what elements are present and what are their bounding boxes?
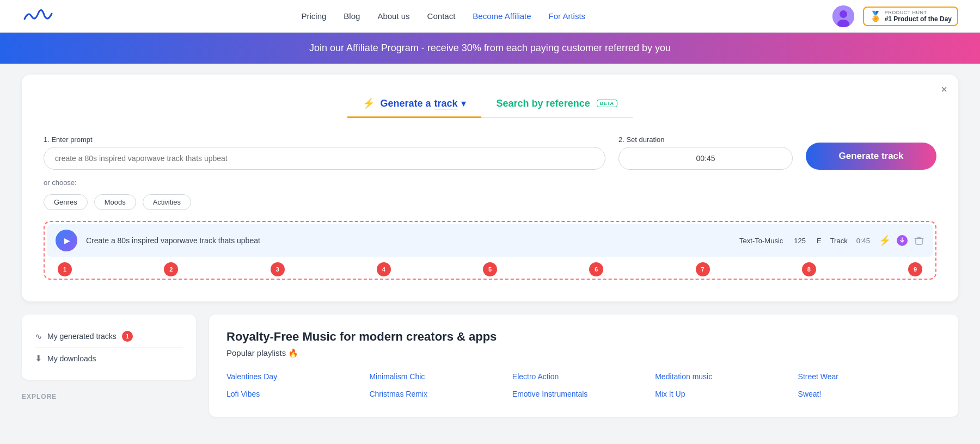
duration-input[interactable] <box>618 147 793 170</box>
download-icon: ⬇ <box>35 353 42 363</box>
badge-5: 5 <box>483 262 497 276</box>
playlists-grid: Valentines Day Minimalism Chic Electro A… <box>226 369 941 402</box>
nav-affiliate[interactable]: Become Affiliate <box>473 11 531 21</box>
generator-card: × ⚡ Generate a track ▾ Search by referen… <box>22 75 958 301</box>
playlist-emotive[interactable]: Emotive Instrumentals <box>512 386 655 402</box>
num-badges-row: 1 2 3 4 5 6 7 8 9 <box>47 259 933 276</box>
playlist-christmas[interactable]: Christmas Remix <box>369 386 512 402</box>
play-button[interactable]: ▶ <box>56 230 77 251</box>
track-row-container: ▶ Create a 80s inspired vaporwave track … <box>44 221 936 280</box>
content-title: Royalty-Free Music for modern creators &… <box>226 330 941 344</box>
playlist-lofi[interactable]: Lofi Vibes <box>226 386 369 402</box>
pill-buttons: Genres Moods Activities <box>44 194 936 210</box>
nav-blog[interactable]: Blog <box>344 11 360 21</box>
close-button[interactable]: × <box>941 83 947 96</box>
badge-2: 2 <box>164 262 178 276</box>
sidebar-card: ∿ My generated tracks 1 ⬇ My downloads <box>22 314 196 380</box>
track-duration: 0:45 <box>856 237 870 245</box>
main-content: × ⚡ Generate a track ▾ Search by referen… <box>0 64 980 428</box>
bottom-section: ∿ My generated tracks 1 ⬇ My downloads E… <box>22 314 958 417</box>
playlist-sweat[interactable]: Sweat! <box>798 386 941 402</box>
explore-label: EXPLORE <box>22 388 196 403</box>
lightning-icon: ⚡ <box>363 97 375 109</box>
sidebar-downloads-label: My downloads <box>47 354 96 363</box>
prompt-input[interactable] <box>44 147 605 170</box>
navbar: Pricing Blog About us Contact Become Aff… <box>0 0 980 33</box>
navbar-links: Pricing Blog About us Contact Become Aff… <box>302 11 586 21</box>
badge-1: 1 <box>58 262 72 276</box>
track-key: E <box>817 237 822 245</box>
badge-9: 9 <box>908 262 922 276</box>
genres-pill[interactable]: Genres <box>44 194 88 210</box>
track-actions: ⚡ <box>879 235 924 246</box>
sidebar-item-generated[interactable]: ∿ My generated tracks 1 <box>35 325 183 348</box>
track-type-label: Track <box>830 237 848 245</box>
moods-pill[interactable]: Moods <box>94 194 136 210</box>
tab-dropdown-icon: ▾ <box>461 97 466 109</box>
svg-rect-4 <box>916 238 922 244</box>
product-hunt-badge[interactable]: 🏅 PRODUCT HUNT #1 Product of the Day <box>863 7 958 26</box>
playlist-valentines[interactable]: Valentines Day <box>226 369 369 384</box>
ph-text: PRODUCT HUNT #1 Product of the Day <box>885 10 952 23</box>
tabs: ⚡ Generate a track ▾ Search by reference… <box>347 92 632 118</box>
navbar-right: 🏅 PRODUCT HUNT #1 Product of the Day <box>832 5 958 27</box>
or-choose-label: or choose: <box>44 178 936 187</box>
tabs-wrapper: ⚡ Generate a track ▾ Search by reference… <box>44 92 936 118</box>
play-icon: ▶ <box>64 236 70 245</box>
prompt-group: 1. Enter prompt <box>44 135 605 170</box>
popular-playlists-label: Popular playlists 🔥 <box>226 348 941 358</box>
activities-pill[interactable]: Activities <box>143 194 191 210</box>
delete-button[interactable] <box>914 235 924 246</box>
nav-pricing[interactable]: Pricing <box>302 11 327 21</box>
sidebar-generated-label: My generated tracks <box>47 332 117 341</box>
banner-text: Join our Affiliate Program - receive 30%… <box>309 42 671 53</box>
badge-8: 8 <box>802 262 816 276</box>
content-card: Royalty-Free Music for modern creators &… <box>209 314 958 417</box>
prompt-label: 1. Enter prompt <box>44 135 605 144</box>
waveform-icon: ∿ <box>35 331 42 342</box>
track-type-meta: Text-To-Music <box>739 237 783 245</box>
tab-generate[interactable]: ⚡ Generate a track ▾ <box>347 92 481 117</box>
track-bpm: 125 <box>794 237 806 245</box>
badge-7: 7 <box>696 262 710 276</box>
nav-about[interactable]: About us <box>377 11 409 21</box>
playlist-streetwear[interactable]: Street Wear <box>798 369 941 384</box>
form-row: 1. Enter prompt 2. Set duration Generate… <box>44 135 936 170</box>
avatar[interactable] <box>832 5 854 27</box>
duration-group: 2. Set duration <box>618 135 793 170</box>
nav-contact[interactable]: Contact <box>427 11 456 21</box>
content-right: Royalty-Free Music for modern creators &… <box>209 314 958 417</box>
beta-badge: BETA <box>597 100 617 107</box>
badge-6: 6 <box>589 262 603 276</box>
tab-generate-prefix: Generate a <box>380 98 431 109</box>
download-button[interactable] <box>896 235 908 246</box>
sidebar-item-downloads[interactable]: ⬇ My downloads <box>35 348 183 369</box>
playlist-mixit[interactable]: Mix It Up <box>655 386 798 402</box>
nav-artists[interactable]: For Artists <box>549 11 586 21</box>
playlist-minimalism[interactable]: Minimalism Chic <box>369 369 512 384</box>
track-row: ▶ Create a 80s inspired vaporwave track … <box>47 224 933 257</box>
generate-button[interactable]: Generate track <box>806 143 936 170</box>
tab-search-label: Search by reference <box>497 98 590 109</box>
playlist-meditation[interactable]: Meditation music <box>655 369 798 384</box>
affiliate-banner[interactable]: Join our Affiliate Program - receive 30%… <box>0 33 980 64</box>
generated-count-badge: 1 <box>122 331 133 342</box>
svg-point-1 <box>840 10 847 18</box>
tab-search[interactable]: Search by reference BETA <box>481 92 633 117</box>
track-title: Create a 80s inspired vaporwave track th… <box>86 236 731 245</box>
ph-title: #1 Product of the Day <box>885 15 952 23</box>
medal-icon: 🏅 <box>869 10 881 22</box>
badge-3: 3 <box>271 262 285 276</box>
ph-label: PRODUCT HUNT <box>885 10 952 15</box>
duration-label: 2. Set duration <box>618 135 793 144</box>
regenerate-button[interactable]: ⚡ <box>879 235 891 246</box>
track-meta: Text-To-Music 125 E <box>739 237 822 245</box>
badge-4: 4 <box>377 262 391 276</box>
logo[interactable] <box>22 8 54 24</box>
sidebar: ∿ My generated tracks 1 ⬇ My downloads E… <box>22 314 196 417</box>
playlist-electro[interactable]: Electro Action <box>512 369 655 384</box>
tab-generate-word: track <box>434 98 458 109</box>
